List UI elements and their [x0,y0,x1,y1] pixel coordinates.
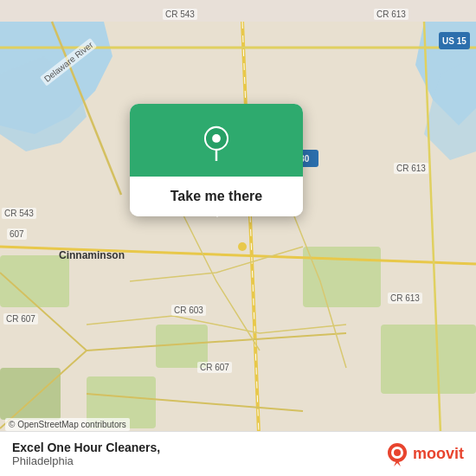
popup-green-area [130,104,303,177]
moovit-brand-icon [385,442,409,466]
road-label-cr543-left: CR 543 [2,208,36,219]
road-label-cr607-left: CR 607 [3,313,38,325]
road-label-607: 607 [7,228,27,240]
moovit-logo: moovit [385,442,464,466]
svg-text:US 15: US 15 [442,36,466,46]
popup-tail [205,202,229,217]
svg-point-11 [238,242,247,251]
place-name: Excel One Hour Cleaners, [12,441,160,454]
svg-rect-4 [381,325,476,394]
road-label-cr613-low: CR 613 [388,293,422,304]
town-label-cinnaminson: Cinnaminson [59,249,125,261]
svg-rect-2 [303,247,381,307]
road-label-cr613-mid: CR 613 [394,163,428,174]
map-attribution: © OpenStreetMap contributors [5,418,130,431]
location-pin-icon [197,123,235,161]
popup-card: Take me there [130,104,303,216]
road-label-cr613-top: CR 613 [374,9,408,20]
bottom-bar: Excel One Hour Cleaners, Philadelphia mo… [0,431,476,476]
svg-point-18 [212,134,221,143]
road-label-cr607-low: CR 607 [197,362,232,373]
road-label-cr603: CR 603 [171,305,206,316]
road-label-cr543-top: CR 543 [163,9,197,20]
place-info: Excel One Hour Cleaners, Philadelphia [12,441,160,467]
place-city: Philadelphia [12,454,160,467]
svg-point-21 [394,449,401,456]
svg-rect-5 [0,368,61,420]
moovit-text: moovit [413,445,464,463]
map-container: 130 US 15 Delaware River CR 543 CR 613 C… [0,0,476,476]
